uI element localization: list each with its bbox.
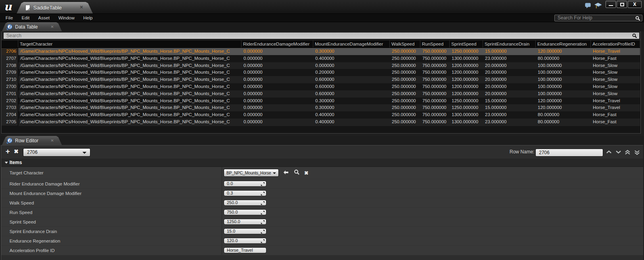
column-header-SprintSpeed[interactable]: SprintSpeed (450, 40, 483, 48)
delete-row-button[interactable]: ✖ (14, 148, 19, 155)
cell-sprint: 1250.000000 (450, 104, 483, 112)
column-header-RiderEnduranceDamageModifier[interactable]: RiderEnduranceDamageModifier (242, 40, 313, 48)
column-header-AccelerationProfileID[interactable]: AccelerationProfileID (591, 40, 640, 48)
close-row-editor-tab-icon[interactable]: ✕ (51, 138, 54, 143)
cell-walk: 250.000000 (390, 83, 420, 91)
move-row-up-icon[interactable] (606, 150, 612, 155)
run-speed-input[interactable]: 750.0 (224, 209, 266, 215)
items-category-label: Items (10, 160, 22, 165)
row-number: 2709 (2, 69, 18, 76)
column-header-RunSpeed[interactable]: RunSpeed (420, 40, 450, 48)
add-row-button[interactable]: + (6, 147, 10, 156)
use-selected-asset-icon[interactable] (283, 169, 289, 176)
target-character-dropdown[interactable]: BP_NPC_Mounts_Horse (224, 169, 279, 177)
document-tab-strip: i Data Table ✕ (0, 22, 644, 31)
chevron-down-icon (82, 152, 86, 154)
mount-endurance-damage-modifier-input[interactable]: 0.3 (224, 190, 266, 196)
row-select-dropdown[interactable]: 2706 (23, 148, 90, 157)
cell-walk: 250.000000 (390, 48, 420, 55)
close-data-table-tab-icon[interactable]: ✕ (51, 25, 54, 29)
sprint-endurance-drain-input[interactable]: 15.0 (224, 228, 266, 234)
items-category-header[interactable]: Items (1, 159, 643, 167)
tab-row-editor-label: Row Editor (15, 138, 38, 143)
move-row-top-icon[interactable] (625, 150, 631, 155)
move-row-down-icon[interactable] (615, 150, 622, 155)
table-row-2701[interactable]: 2701/Game/Characters/NPCs/Hooved_Wild/Bl… (2, 90, 640, 98)
cell-target: /Game/Characters/NPCs/Hooved_Wild/Bluepr… (18, 48, 242, 55)
table-row-2705[interactable]: 2705/Game/Characters/NPCs/Hooved_Wild/Bl… (2, 119, 640, 126)
row-editor-panel: + ✖ 2706 Row Name: 2706 Items Target Cha… (1, 145, 643, 260)
menu-edit[interactable]: Edit (17, 14, 34, 22)
table-row-2710[interactable]: 2710/Game/Characters/NPCs/Hooved_Wild/Bl… (2, 76, 640, 83)
name-value-splitter[interactable] (222, 167, 222, 179)
minimize-button[interactable] (606, 1, 616, 8)
cell-run: 750.000000 (420, 119, 450, 126)
clear-asset-icon[interactable]: ✖ (304, 170, 309, 176)
name-value-splitter[interactable] (222, 217, 222, 226)
column-header-MountEnduranceDamageModifier[interactable]: MountEnduranceDamageModifier (313, 40, 390, 48)
cell-drain: 15.000000 (483, 104, 536, 112)
feedback-bubble-icon[interactable] (585, 3, 591, 10)
menu-asset[interactable]: Asset (34, 14, 54, 22)
property-list: Target Character✖BP_NPC_Mounts_HorseRide… (1, 167, 643, 255)
rider-endurance-damage-modifier-input[interactable]: 0.0 (224, 181, 266, 187)
move-row-bottom-icon[interactable] (634, 150, 640, 155)
sprint-speed-input[interactable]: 1250.0 (224, 219, 266, 225)
cell-rider: 0.000000 (242, 111, 313, 119)
help-search-input[interactable]: Search For Help (554, 15, 642, 21)
cell-mount: 0.600000 (313, 83, 390, 91)
row-number-header (2, 40, 18, 48)
cell-profile: Horse_Fast (591, 55, 640, 63)
table-row-2707[interactable]: 2707/Game/Characters/NPCs/Hooved_Wild/Bl… (2, 55, 640, 62)
maximize-button[interactable] (617, 1, 627, 8)
property-row: Run Speed750.0 (1, 208, 643, 217)
endurance-regeneration-input[interactable]: 120.0 (224, 238, 266, 244)
name-value-splitter[interactable] (222, 227, 222, 236)
asset-tab-saddletable[interactable]: SaddleTable ✕ (17, 2, 93, 13)
table-row-2708[interactable]: 2708/Game/Characters/NPCs/Hooved_Wild/Bl… (2, 62, 640, 69)
name-value-splitter[interactable] (222, 198, 222, 207)
property-row: Endurance Regeneration120.0 (1, 236, 643, 246)
walk-speed-input[interactable]: 250.0 (224, 200, 266, 206)
tutorial-cap-icon[interactable] (594, 3, 602, 10)
table-search-input[interactable]: Search (3, 32, 640, 39)
menu-window[interactable]: Window (54, 14, 79, 22)
tab-row-editor[interactable]: i Row Editor ✕ (2, 136, 62, 145)
table-row-2700[interactable]: 2700/Game/Characters/NPCs/Hooved_Wild/Bl… (2, 83, 640, 90)
close-asset-tab-icon[interactable]: ✕ (80, 5, 83, 10)
cell-mount: 0.400000 (313, 55, 390, 63)
column-header-EnduranceRegeneration[interactable]: EnduranceRegeneration (536, 40, 591, 48)
cell-walk: 250.000000 (390, 62, 420, 70)
name-value-splitter[interactable] (222, 179, 222, 188)
cell-mount: 0.300000 (313, 98, 390, 105)
row-number: 2702 (2, 98, 18, 105)
cell-sprint: 1250.000000 (450, 98, 483, 105)
tab-data-table[interactable]: i Data Table ✕ (2, 22, 62, 31)
menu-help[interactable]: Help (79, 14, 97, 22)
cell-target: /Game/Characters/NPCs/Hooved_Wild/Bluepr… (18, 76, 242, 84)
column-header-WalkSpeed[interactable]: WalkSpeed (390, 40, 420, 48)
close-button[interactable]: X (628, 1, 642, 8)
property-row: Rider Endurance Damage Modifier0.0 (1, 179, 643, 189)
table-row-2702[interactable]: 2702/Game/Characters/NPCs/Hooved_Wild/Bl… (2, 98, 640, 105)
name-value-splitter[interactable] (222, 246, 222, 255)
table-row-2703[interactable]: 2703/Game/Characters/NPCs/Hooved_Wild/Bl… (2, 104, 640, 111)
name-value-splitter[interactable] (222, 208, 222, 217)
acceleration-profile-id-input[interactable]: Horse_Travel (224, 247, 266, 253)
table-row-2706[interactable]: 2706/Game/Characters/NPCs/Hooved_Wild/Bl… (2, 48, 640, 55)
row-name-input[interactable]: 2706 (535, 149, 603, 157)
menu-file[interactable]: File (1, 14, 17, 22)
column-header-SprintEnduranceDrain[interactable]: SprintEnduranceDrain (483, 40, 536, 48)
cell-mount: 0.600000 (313, 90, 390, 98)
cell-drain: 23.000000 (483, 119, 536, 126)
table-row-2709[interactable]: 2709/Game/Characters/NPCs/Hooved_Wild/Bl… (2, 69, 640, 76)
name-value-splitter[interactable] (222, 189, 222, 198)
browse-asset-icon[interactable] (294, 169, 299, 176)
property-row: Mount Endurance Damage Modifier0.3 (1, 189, 643, 198)
cell-regen: 100.000000 (536, 76, 591, 84)
cell-profile: Horse_Slow (591, 76, 640, 84)
table-row-2704[interactable]: 2704/Game/Characters/NPCs/Hooved_Wild/Bl… (2, 111, 640, 119)
column-header-TargetCharacter[interactable]: TargetCharacter (18, 40, 242, 48)
name-value-splitter[interactable] (222, 236, 222, 245)
cell-profile: Horse_Travel (591, 98, 640, 105)
